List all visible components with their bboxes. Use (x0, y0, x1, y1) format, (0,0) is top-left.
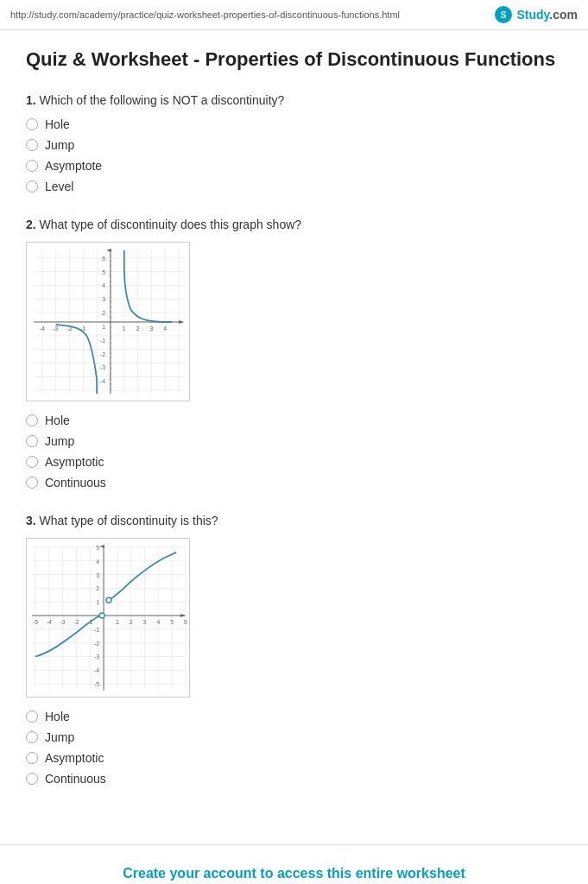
svg-text:1: 1 (96, 599, 99, 605)
option-2-1[interactable]: Hole (26, 414, 562, 427)
svg-point-92 (106, 597, 111, 603)
option-2-4[interactable]: Continuous (26, 476, 562, 489)
question-3-number: 3. (26, 514, 36, 527)
svg-text:-2: -2 (100, 350, 105, 357)
radio-2-4[interactable] (26, 477, 38, 489)
radio-2-2[interactable] (26, 435, 38, 447)
radio-3-1[interactable] (26, 710, 38, 723)
svg-text:2: 2 (102, 310, 105, 316)
svg-text:4: 4 (156, 619, 160, 625)
radio-1-3[interactable] (26, 160, 38, 172)
svg-text:2: 2 (136, 325, 140, 331)
svg-text:3: 3 (96, 571, 99, 578)
question-3-options: Hole Jump Asymptotic Continuous (26, 710, 562, 786)
top-bar: http://study.com/academy/practice/quiz-w… (0, 0, 588, 30)
svg-text:-4: -4 (100, 378, 105, 384)
graph-3-svg: -5 -4 -3 -2 -1 1 2 3 4 5 6 5 4 3 2 1 -1 … (27, 539, 189, 697)
question-1-options: Hole Jump Asymptote Level (26, 117, 562, 193)
option-3-4[interactable]: Continuous (26, 772, 562, 786)
option-label-3-4: Continuous (45, 772, 106, 786)
svg-text:-4: -4 (47, 619, 52, 625)
radio-2-3[interactable] (26, 456, 38, 468)
option-label-1-1: Hole (45, 117, 70, 131)
option-label-1-3: Asymptote (45, 159, 102, 173)
option-label-3-2: Jump (45, 730, 74, 744)
question-3: 3. What type of discontinuity is this? (26, 514, 562, 786)
svg-text:-4: -4 (94, 667, 99, 673)
option-label-3-3: Asymptotic (45, 751, 104, 765)
graph-2-svg: -4 -3 -2 -1 1 2 3 4 6 5 4 3 2 1 -1 -2 -3… (27, 243, 189, 401)
option-label-1-2: Jump (45, 138, 74, 152)
option-label-3-1: Hole (45, 710, 70, 723)
question-2-options: Hole Jump Asymptotic Continuous (26, 414, 562, 489)
radio-1-4[interactable] (26, 180, 38, 193)
svg-text:-1: -1 (94, 626, 99, 632)
option-3-2[interactable]: Jump (26, 730, 562, 744)
option-1-3[interactable]: Asymptote (26, 159, 562, 173)
svg-text:2: 2 (96, 585, 99, 591)
cta-section: Create your account to access this entir… (0, 844, 588, 884)
option-label-2-3: Asymptotic (45, 455, 104, 469)
option-label-2-1: Hole (45, 414, 70, 427)
question-2: 2. What type of discontinuity does this … (26, 218, 562, 489)
radio-3-3[interactable] (26, 752, 38, 764)
question-1: 1. Which of the following is NOT a disco… (26, 93, 562, 193)
study-com-logo-icon: S (494, 5, 513, 24)
svg-text:1: 1 (102, 324, 105, 330)
svg-text:3: 3 (150, 325, 154, 331)
svg-text:3: 3 (143, 619, 147, 625)
svg-text:1: 1 (116, 619, 119, 625)
radio-2-1[interactable] (26, 414, 38, 426)
main-content: Quiz & Worksheet - Properties of Discont… (0, 30, 588, 836)
svg-text:6: 6 (184, 619, 187, 625)
svg-text:-1: -1 (100, 337, 105, 343)
option-2-3[interactable]: Asymptotic (26, 455, 562, 469)
graph-2-container: -4 -3 -2 -1 1 2 3 4 6 5 4 3 2 1 -1 -2 -3… (26, 242, 190, 401)
svg-point-91 (99, 613, 104, 618)
svg-text:4: 4 (102, 282, 105, 288)
svg-text:5: 5 (170, 619, 174, 625)
svg-text:-5: -5 (33, 619, 38, 625)
logo-text: Study.com (516, 8, 578, 22)
svg-text:-5: -5 (94, 681, 99, 687)
option-3-1[interactable]: Hole (26, 710, 562, 723)
svg-text:5: 5 (102, 268, 105, 275)
option-label-2-2: Jump (45, 434, 74, 448)
svg-text:-3: -3 (94, 654, 99, 660)
svg-text:-2: -2 (94, 640, 99, 646)
svg-text:1: 1 (123, 325, 126, 331)
radio-1-2[interactable] (26, 139, 38, 151)
logo-area: S Study.com (494, 5, 578, 24)
question-1-text: 1. Which of the following is NOT a disco… (26, 93, 562, 107)
radio-1-1[interactable] (26, 118, 38, 130)
option-2-2[interactable]: Jump (26, 434, 562, 448)
svg-text:S: S (501, 10, 507, 20)
svg-text:-3: -3 (60, 619, 65, 625)
question-1-number: 1. (26, 93, 36, 107)
option-3-3[interactable]: Asymptotic (26, 751, 562, 765)
svg-text:-3: -3 (54, 325, 59, 331)
option-label-2-4: Continuous (45, 476, 106, 489)
svg-text:2: 2 (130, 619, 133, 625)
svg-text:4: 4 (163, 325, 167, 331)
svg-text:-3: -3 (100, 364, 105, 370)
svg-text:5: 5 (96, 544, 99, 550)
graph-3-container: -5 -4 -3 -2 -1 1 2 3 4 5 6 5 4 3 2 1 -1 … (26, 538, 190, 698)
option-1-2[interactable]: Jump (26, 138, 562, 152)
radio-3-2[interactable] (26, 731, 38, 743)
svg-text:6: 6 (102, 255, 105, 261)
url-bar: http://study.com/academy/practice/quiz-w… (10, 9, 400, 20)
question-2-text: 2. What type of discontinuity does this … (26, 218, 562, 231)
svg-text:4: 4 (96, 558, 99, 564)
option-1-1[interactable]: Hole (26, 117, 562, 131)
svg-text:-4: -4 (40, 325, 45, 331)
option-1-4[interactable]: Level (26, 180, 562, 193)
option-label-1-4: Level (45, 180, 73, 193)
question-3-text: 3. What type of discontinuity is this? (26, 514, 562, 527)
question-2-number: 2. (26, 218, 36, 231)
radio-3-4[interactable] (26, 773, 38, 785)
page-title: Quiz & Worksheet - Properties of Discont… (26, 47, 562, 73)
svg-text:3: 3 (102, 296, 105, 302)
cta-title: Create your account to access this entir… (17, 866, 571, 881)
svg-text:-2: -2 (73, 619, 79, 625)
